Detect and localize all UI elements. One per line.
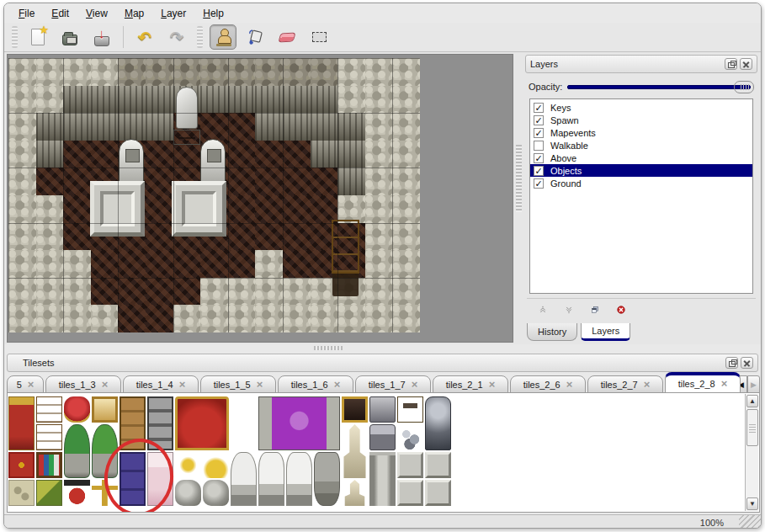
vertical-splitter[interactable]	[515, 52, 523, 344]
tileset-tile-statue-angel[interactable]	[258, 452, 284, 506]
tileset-tile-armor[interactable]	[425, 396, 451, 450]
tileset-tab-tiles_2_1[interactable]: tiles_2_1×	[433, 375, 508, 393]
horizontal-splitter[interactable]	[4, 344, 761, 352]
layer-visibility-checkbox[interactable]: ✓	[534, 166, 544, 176]
float-panel-icon[interactable]	[725, 58, 737, 70]
tileset-tile-plant-palm[interactable]	[64, 424, 90, 478]
tileset-scrollbar[interactable]: ▲ ▼	[745, 394, 758, 511]
layer-visibility-checkbox[interactable]: ✓	[534, 128, 544, 138]
map-view[interactable]	[7, 54, 513, 343]
scroll-tabs-right-icon[interactable]: ▶	[747, 375, 760, 393]
tileset-tile-obelisk-small[interactable]	[342, 480, 368, 506]
tileset-tile-platform-gray[interactable]	[397, 480, 423, 506]
tileset-tile-mirror[interactable]	[92, 396, 118, 423]
tileset-tile-banner-red[interactable]	[8, 396, 35, 450]
scrollbar-thumb[interactable]	[746, 409, 758, 446]
float-panel-icon[interactable]	[725, 357, 738, 369]
tileset-tile-platform-gray[interactable]	[425, 452, 451, 478]
layer-list[interactable]: ✓Keys✓Spawn✓MapeventsWalkable✓Above✓Obje…	[529, 98, 753, 294]
tileset-tile-statue-angel[interactable]	[286, 452, 312, 506]
menu-file[interactable]: File	[11, 5, 42, 22]
tileset-tile-metal-box[interactable]	[369, 396, 396, 423]
tab-close-icon[interactable]: ×	[28, 380, 35, 389]
tileset-tab-tiles_2_8[interactable]: tiles_2_8×	[665, 372, 741, 393]
tileset-tab-tiles_2_7[interactable]: tiles_2_7×	[587, 375, 663, 393]
tileset-tile-throne-purple[interactable]	[258, 396, 340, 450]
raise-layer-button[interactable]	[534, 301, 552, 318]
duplicate-layer-button[interactable]	[586, 301, 604, 318]
splitter-grip[interactable]	[314, 346, 343, 350]
tileset-tile-tablet[interactable]	[8, 480, 35, 506]
layer-row-above[interactable]: ✓Above	[530, 152, 752, 164]
select-tool-button[interactable]	[305, 24, 332, 50]
tileset-tab-tiles_1_6[interactable]: tiles_1_6×	[278, 375, 353, 393]
tileset-tab-tiles_2_6[interactable]: tiles_2_6×	[510, 375, 586, 393]
splitter-grip[interactable]	[516, 145, 522, 212]
tileset-tile-obelisk[interactable]	[342, 424, 368, 478]
layer-visibility-checkbox[interactable]: ✓	[534, 115, 544, 125]
tileset-tab-tiles_1_7[interactable]: tiles_1_7×	[355, 375, 431, 393]
fill-tool-button[interactable]	[242, 24, 268, 50]
menu-layer[interactable]: Layer	[153, 5, 194, 22]
tab-close-icon[interactable]: ×	[566, 380, 573, 389]
map-canvas[interactable]	[8, 58, 420, 332]
tileset-tab-tiles_1_4[interactable]: tiles_1_4×	[123, 375, 199, 393]
opacity-slider-track[interactable]	[567, 85, 751, 89]
save-button[interactable]: ↓	[88, 24, 115, 50]
tileset-tile-pillar[interactable]	[369, 452, 396, 506]
layer-row-walkable[interactable]: Walkable	[530, 139, 752, 152]
redo-button[interactable]: ↷	[163, 24, 190, 50]
tileset-tile-throne-red[interactable]	[175, 396, 229, 450]
tileset-tile-loom[interactable]	[36, 396, 62, 423]
opacity-slider-handle[interactable]	[734, 81, 754, 93]
eraser-tool-button[interactable]	[274, 24, 300, 50]
tab-close-icon[interactable]: ×	[412, 380, 418, 389]
tileset-tab-5[interactable]: 5×	[7, 375, 44, 393]
layer-row-ground[interactable]: ✓Ground	[530, 177, 752, 189]
tileset-tile-armor-pile[interactable]	[397, 424, 423, 450]
tileset-tile-gold-chain[interactable]	[175, 452, 201, 478]
open-button[interactable]	[56, 24, 83, 50]
tileset-tab-tiles_1_5[interactable]: tiles_1_5×	[200, 375, 276, 393]
tileset-tile-platform-gray[interactable]	[425, 480, 451, 506]
tileset-tab-tiles_1_3[interactable]: tiles_1_3×	[45, 375, 121, 393]
tileset-tile-wheel-red[interactable]	[64, 480, 90, 506]
tileset-tile-loom[interactable]	[36, 424, 62, 450]
tileset-tile-gargoyle[interactable]	[314, 452, 340, 506]
menu-view[interactable]: View	[78, 5, 115, 22]
close-panel-icon[interactable]	[741, 357, 753, 369]
tab-close-icon[interactable]: ×	[179, 380, 186, 389]
scroll-up-icon[interactable]: ▲	[746, 395, 758, 407]
tileset-tile-rock-gray[interactable]	[203, 480, 229, 506]
delete-layer-button[interactable]	[612, 301, 630, 318]
tileset-tile-rock-gray[interactable]	[175, 480, 201, 506]
layer-visibility-checkbox[interactable]: ✓	[534, 178, 544, 189]
tileset-tile-portrait[interactable]	[342, 396, 368, 423]
scroll-down-icon[interactable]: ▼	[746, 497, 758, 510]
opacity-slider[interactable]	[567, 80, 754, 93]
tab-close-icon[interactable]: ×	[257, 380, 263, 389]
tileset-tile-pouf-red[interactable]	[64, 396, 90, 423]
menu-map[interactable]: Map	[117, 5, 151, 22]
tileset-tile-flag-green[interactable]	[36, 480, 62, 506]
layer-visibility-checkbox[interactable]	[534, 141, 544, 151]
undo-button[interactable]: ↶	[131, 24, 158, 50]
close-panel-icon[interactable]	[740, 58, 752, 70]
tileset-tile-rug-red[interactable]	[8, 452, 35, 478]
tab-close-icon[interactable]: ×	[644, 380, 651, 389]
resize-grip[interactable]	[739, 515, 761, 529]
tab-history[interactable]: History	[527, 323, 577, 341]
tab-layers[interactable]: Layers	[581, 323, 630, 341]
tab-close-icon[interactable]: ×	[102, 380, 109, 389]
tileset-tile-bookshelf[interactable]	[36, 452, 62, 478]
layer-row-mapevents[interactable]: ✓Mapevents	[530, 126, 752, 139]
toolbar-handle[interactable]	[12, 26, 18, 48]
tab-close-icon[interactable]: ×	[721, 380, 728, 388]
tileset-tile-wood-box[interactable]	[397, 396, 423, 423]
stamp-tool-button[interactable]	[210, 24, 236, 50]
tileset-tile-platform-gray[interactable]	[397, 452, 423, 478]
layer-row-keys[interactable]: ✓Keys	[530, 101, 752, 114]
tab-close-icon[interactable]: ×	[334, 380, 341, 389]
tileset-tile-metal-chest[interactable]	[369, 424, 396, 450]
toolbar-handle[interactable]	[197, 26, 203, 48]
